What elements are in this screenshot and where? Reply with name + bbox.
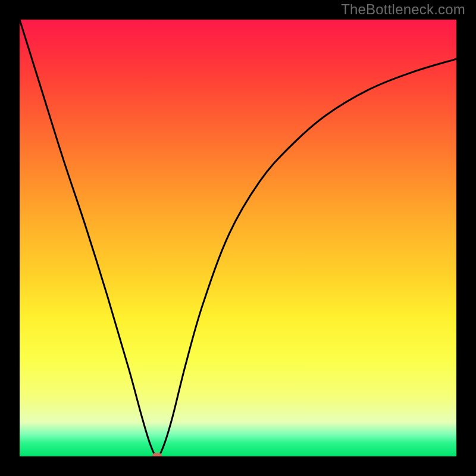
- curve-path: [20, 20, 456, 456]
- watermark-text: TheBottleneck.com: [341, 1, 465, 18]
- bottleneck-curve: [20, 20, 456, 456]
- optimal-point-marker: [152, 453, 162, 456]
- plot-area: [20, 20, 456, 456]
- chart-frame: TheBottleneck.com: [0, 0, 476, 476]
